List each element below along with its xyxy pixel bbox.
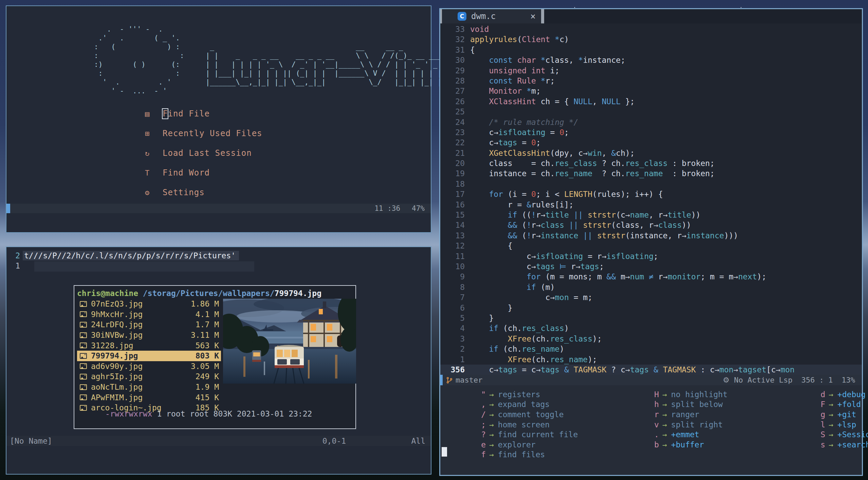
code-line[interactable]: 2 if (ch.res_name) xyxy=(440,344,862,354)
git-branch-icon xyxy=(446,376,453,384)
file-row[interactable]: 9hMxcHr.jpg4.1 M xyxy=(77,309,221,320)
whichkey-binding-explorer[interactable]: e→explorer xyxy=(474,440,578,450)
code-line[interactable]: 23 c→isfloating = 0; xyxy=(440,127,862,137)
code-line[interactable]: 12 { xyxy=(440,241,862,251)
whichkey-binding-expand-tags[interactable]: ,→expand tags xyxy=(474,400,578,410)
line-number: 13 xyxy=(440,230,470,241)
code-line[interactable]: 22 c→tags = 0; xyxy=(440,137,862,148)
line-number: 356 xyxy=(440,365,470,375)
arrow-icon: → xyxy=(486,410,498,419)
binding-description: +lsp xyxy=(837,420,856,429)
file-size: 4.1 M xyxy=(196,310,221,319)
code-line[interactable]: 33void xyxy=(440,24,862,34)
whichkey-binding-find-current-file[interactable]: ?→find current file xyxy=(474,429,578,440)
line-number: 9 xyxy=(440,272,470,282)
code-line[interactable]: 3 XFree(ch.res_class); xyxy=(440,334,862,344)
code-text: } xyxy=(470,303,513,313)
whichkey-binding-no-highlight[interactable]: H→no highlight xyxy=(647,389,727,400)
code-line[interactable]: 1 XFree(ch.res_name); xyxy=(440,354,862,365)
code-line[interactable]: 14 && (!r→class || strstr(class, r→class… xyxy=(440,220,862,230)
whichkey-binding-split-below[interactable]: h→split below xyxy=(647,400,727,410)
code-line[interactable]: 7 c→mon = m; xyxy=(440,292,862,302)
code-line[interactable]: 27 Monitor *m; xyxy=(440,86,862,96)
file-row[interactable]: 24LrDFQ.jpg1.7 M xyxy=(77,319,221,330)
code-line[interactable]: 10 c→tags ⊨ r→tags; xyxy=(440,261,862,272)
menu-item-find-word[interactable]: TFind Word xyxy=(6,163,431,183)
code-line[interactable]: 8 if (m) xyxy=(440,282,862,292)
dashboard-window[interactable]: . - ''' - . .' . ( _ '. : ( ) : _ __ __ … xyxy=(6,5,431,233)
code-line[interactable]: 15 if ((!r→title || strstr(c→name, r→tit… xyxy=(440,210,862,220)
whichkey-binding--buffer[interactable]: b→+buffer xyxy=(647,440,727,450)
file-row[interactable]: aghr5Ip.jpg249 K xyxy=(77,371,221,382)
code-line[interactable]: 9 for (m = mons; m && m→num ≠ r→monitor;… xyxy=(440,272,862,282)
code-text: && (!r→class || strstr(class, r→class)) xyxy=(470,220,691,230)
code-line[interactable]: 21 XGetClassHint(dpy, c→win, &ch); xyxy=(440,148,862,158)
menu-item-find-file[interactable]: ▤Find File xyxy=(6,104,431,124)
line-number: 2 xyxy=(6,251,20,260)
key-label: ? xyxy=(474,430,486,439)
whichkey-binding-registers[interactable]: "→registers xyxy=(474,389,578,400)
code-area[interactable]: 33void32applyrules(Client *c)31{30 const… xyxy=(440,24,862,375)
line-number: 5 xyxy=(440,313,470,323)
file-size: 3.11 M xyxy=(191,331,221,339)
whichkey-binding--fold[interactable]: F→+fold xyxy=(814,400,868,410)
key-label: l xyxy=(814,420,825,429)
whichkey-binding-ranger[interactable]: r→ranger xyxy=(647,409,727,420)
whichkey-binding--git[interactable]: g→+git xyxy=(814,409,868,420)
image-file-icon xyxy=(80,322,87,328)
tab-dwm-c[interactable]: C dwm.c × xyxy=(442,9,541,23)
editor-window[interactable]: C dwm.c × 33void32applyrules(Client *c)3… xyxy=(439,8,863,476)
code-line-current[interactable]: 356 c→tags = c→tags & TAGMASK ? c→tags &… xyxy=(440,365,862,375)
close-icon[interactable]: × xyxy=(530,11,536,21)
code-text: for (i = 0; i < LENGTH(rules); i++) { xyxy=(470,189,663,199)
code-line[interactable]: 13 && (!r→instance || strstr(instance, r… xyxy=(440,230,862,241)
code-line[interactable]: 11 c→isfloating = r→isfloating; xyxy=(440,251,862,261)
file-row[interactable]: ad6v90y.jpg3.05 M xyxy=(77,361,221,372)
whichkey-binding-comment-toggle[interactable]: /→comment toggle xyxy=(474,409,578,420)
file-row[interactable]: 30iNVBw.jpg3.11 M xyxy=(77,330,221,340)
file-row[interactable]: aoNcTLm.jpg1.9 M xyxy=(77,382,221,392)
code-line[interactable]: 29 unsigned int i; xyxy=(440,66,862,76)
line-number: 14 xyxy=(440,220,470,230)
code-line[interactable]: 30 const char *class, *instance; xyxy=(440,55,862,65)
code-line[interactable]: 31{ xyxy=(440,45,862,55)
whichkey-binding-split-right[interactable]: v→split right xyxy=(647,420,727,430)
whichkey-binding--search[interactable]: s→+search xyxy=(814,440,868,450)
ranger-header: chris@machine /storag/Pictures/wallpaper… xyxy=(77,288,353,299)
ranger-popup[interactable]: chris@machine /storag/Pictures/wallpaper… xyxy=(74,285,356,429)
cursor-position: 0,0-1 xyxy=(322,437,346,445)
tab-bar: C dwm.c × xyxy=(440,9,862,23)
code-line[interactable]: 5 } xyxy=(440,313,862,323)
code-line[interactable]: 6 } xyxy=(440,303,862,313)
lunarvim-ascii-logo: . - ''' - . .' . ( _ '. : ( ) : _ __ __ … xyxy=(94,25,450,95)
line-number: 28 xyxy=(440,76,470,86)
whichkey-binding--debug[interactable]: d→+debug xyxy=(814,389,868,400)
line-number: 11 xyxy=(440,251,470,261)
whichkey-binding-home-screen[interactable]: ;→home screen xyxy=(474,420,578,430)
line-number: 4 xyxy=(440,323,470,333)
file-row-selected[interactable]: 799794.jpg803 K xyxy=(77,351,221,361)
code-line[interactable]: 4 if (ch.res_class) xyxy=(440,323,862,333)
whichkey-binding--emmet[interactable]: .→+emmet xyxy=(647,429,727,440)
menu-item-recently-used-files[interactable]: ⊞Recently Used Files xyxy=(6,124,431,143)
whichkey-binding--lsp[interactable]: l→+lsp xyxy=(814,420,868,430)
code-line[interactable]: 19 instance = ch.res_name ? ch.res_name … xyxy=(440,168,862,179)
menu-item-load-last-session[interactable]: ↻Load Last Session xyxy=(6,143,431,163)
code-line[interactable]: 18 xyxy=(440,179,862,189)
file-row[interactable]: 07nEzQ3.jpg1.86 M xyxy=(77,299,221,309)
code-line[interactable]: 28 const Rule *r; xyxy=(440,76,862,86)
whichkey-binding-find-files[interactable]: f→find files xyxy=(474,450,578,460)
code-line[interactable]: 24 /* rule matching */ xyxy=(440,117,862,127)
file-row[interactable]: 31228.jpg563 K xyxy=(77,340,221,351)
scratch-window[interactable]: 2 t///s/P//2/h/c/.l/s/n/s/p/p/s/r/r/s/Pi… xyxy=(6,246,431,475)
code-line[interactable]: 26 XClassHint ch = { NULL, NULL }; xyxy=(440,96,862,107)
menu-item-settings[interactable]: ⚙Settings xyxy=(6,183,431,202)
whichkey-binding--session[interactable]: S→+Session xyxy=(814,429,868,440)
code-line[interactable]: 16 r = &rules[i]; xyxy=(440,200,862,210)
code-line[interactable]: 20 class = ch.res_class ? ch.res_class :… xyxy=(440,158,862,168)
code-line[interactable]: 17 for (i = 0; i < LENGTH(rules); i++) { xyxy=(440,189,862,199)
code-line[interactable]: 32applyrules(Client *c) xyxy=(440,34,862,44)
mode-indicator-block xyxy=(6,204,10,213)
tab-separator xyxy=(541,9,544,23)
code-line[interactable]: 25 xyxy=(440,107,862,117)
